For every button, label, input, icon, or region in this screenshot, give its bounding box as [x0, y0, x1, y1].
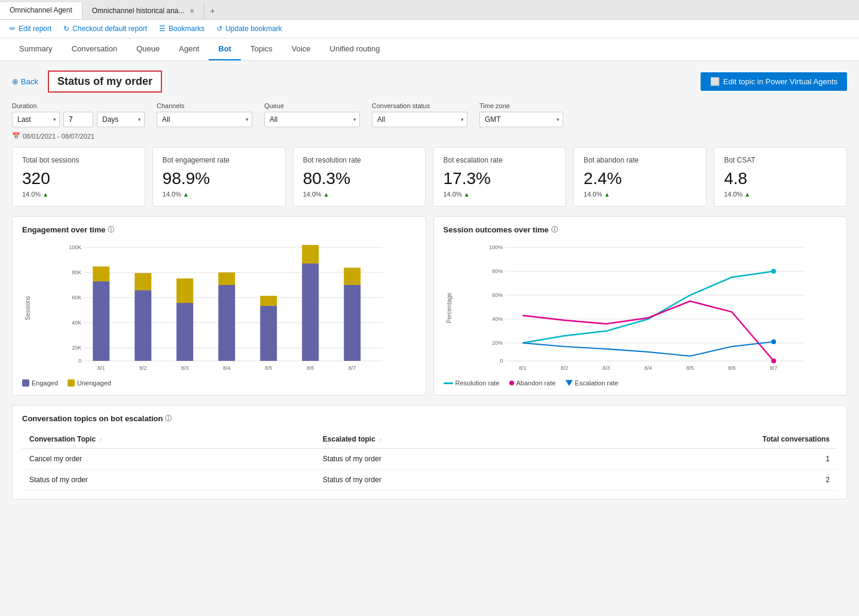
- svg-text:0: 0: [500, 358, 503, 364]
- col-escalated-topic[interactable]: Escalated topic ↑: [316, 430, 563, 449]
- svg-text:80K: 80K: [72, 269, 81, 275]
- session-chart-card: Session outcomes over time ⓘ Percentage: [433, 216, 848, 396]
- svg-text:100%: 100%: [489, 244, 503, 250]
- svg-text:8/6: 8/6: [307, 365, 314, 371]
- add-tab-button[interactable]: +: [204, 2, 221, 19]
- svg-rect-13: [93, 266, 109, 281]
- timezone-select[interactable]: GMT: [479, 112, 563, 127]
- session-legend: Resolution rate Abandon rate Escalation …: [444, 379, 837, 387]
- svg-text:20%: 20%: [492, 340, 503, 346]
- svg-rect-27: [302, 263, 319, 361]
- info-icon[interactable]: ⓘ: [551, 225, 558, 234]
- svg-text:40%: 40%: [492, 316, 503, 322]
- tab-unified-routing[interactable]: Unified routing: [320, 38, 390, 60]
- duration-unit-select[interactable]: Days: [97, 112, 145, 127]
- tab-summary[interactable]: Summary: [10, 38, 62, 60]
- tab-bot[interactable]: Bot: [209, 38, 241, 60]
- queue-filter: Queue All ▾: [264, 102, 360, 127]
- tab-queue[interactable]: Queue: [127, 38, 169, 60]
- trend-up-icon: ▲: [744, 191, 750, 198]
- legend-resolution-rate: Resolution rate: [444, 379, 500, 387]
- bookmark-icon: ☰: [159, 24, 166, 33]
- main-content: ⊕ Back Status of my order ⬜ Edit topic i…: [0, 61, 859, 616]
- svg-rect-24: [260, 306, 277, 361]
- bookmarks-button[interactable]: ☰ Bookmarks: [159, 24, 204, 33]
- svg-text:60K: 60K: [72, 295, 81, 301]
- resolution-color: [444, 382, 453, 384]
- legend-escalation-rate: Escalation rate: [565, 379, 619, 387]
- svg-rect-21: [218, 285, 235, 361]
- header-row: ⊕ Back Status of my order ⬜ Edit topic i…: [12, 71, 847, 93]
- trend-up-icon: ▲: [604, 191, 610, 198]
- tab-historical[interactable]: Omnichannel historical ana... ✕: [82, 3, 204, 19]
- edit-report-button[interactable]: ✏ Edit report: [10, 24, 51, 33]
- svg-text:8/1: 8/1: [97, 365, 105, 371]
- col-total-conversations: Total conversations: [563, 430, 837, 449]
- table-row: Status of my order Status of my order 2: [22, 470, 837, 491]
- edit-topic-button[interactable]: ⬜ Edit topic in Power Virtual Agents: [701, 72, 847, 91]
- tab-conversation[interactable]: Conversation: [62, 38, 127, 60]
- col-conversation-topic[interactable]: Conversation Topic ↑: [22, 430, 316, 449]
- svg-text:8/6: 8/6: [727, 365, 735, 371]
- svg-text:8/2: 8/2: [560, 365, 568, 371]
- duration-select[interactable]: Last: [12, 112, 60, 127]
- info-icon[interactable]: ⓘ: [108, 225, 114, 234]
- back-button[interactable]: ⊕ Back: [12, 77, 38, 86]
- escalation-color: [565, 380, 573, 386]
- cell-escalated: Status of my order: [316, 470, 563, 491]
- nav-tabs: Summary Conversation Queue Agent Bot Top…: [0, 38, 859, 61]
- svg-rect-18: [176, 303, 193, 361]
- channels-select[interactable]: All: [157, 112, 252, 127]
- svg-text:60%: 60%: [492, 292, 503, 298]
- svg-rect-30: [344, 285, 360, 361]
- svg-point-55: [771, 358, 776, 363]
- trend-up-icon: ▲: [323, 191, 329, 198]
- svg-text:8/7: 8/7: [769, 365, 777, 371]
- sort-icon: ↑: [379, 437, 382, 443]
- svg-text:Day: Day: [228, 372, 239, 373]
- svg-text:8/5: 8/5: [265, 365, 273, 371]
- kpi-engagement-rate: Bot engagement rate 98.9% 14.0% ▲: [152, 147, 286, 207]
- unengaged-color: [68, 379, 75, 387]
- kpi-resolution-rate: Bot resolution rate 80.3% 14.0% ▲: [293, 147, 426, 207]
- conv-status-select[interactable]: All: [372, 112, 467, 127]
- sync-icon: ↺: [216, 24, 222, 33]
- update-bookmark-button[interactable]: ↺ Update bookmark: [216, 24, 282, 33]
- svg-rect-25: [260, 296, 277, 306]
- cell-topic: Status of my order: [22, 470, 316, 491]
- abandon-color: [509, 381, 514, 385]
- svg-text:8/1: 8/1: [518, 365, 526, 371]
- kpi-total-bot-sessions: Total bot sessions 320 14.0% ▲: [12, 147, 145, 207]
- tab-topics[interactable]: Topics: [241, 38, 282, 60]
- browser-tabs: Omnichannel Agent Omnichannel historical…: [0, 0, 859, 20]
- toolbar: ✏ Edit report ↻ Checkout default report …: [0, 20, 859, 38]
- close-icon[interactable]: ✕: [189, 8, 194, 14]
- tab-agent[interactable]: Agent: [169, 38, 209, 60]
- queue-select[interactable]: All: [264, 112, 360, 127]
- svg-text:8/7: 8/7: [349, 365, 356, 371]
- svg-point-56: [771, 339, 776, 344]
- svg-text:8/5: 8/5: [686, 365, 693, 371]
- duration-value-input[interactable]: [63, 112, 93, 127]
- conv-topics-table: Conversation topics on bot escalation ⓘ …: [12, 405, 847, 499]
- y-axis-label: Percentage: [444, 241, 454, 375]
- cell-total: 1: [563, 449, 837, 470]
- timezone-filter: Time zone GMT ▾: [479, 102, 563, 127]
- back-icon: ⊕: [12, 77, 19, 86]
- charts-row: Engagement over time ⓘ Sessions: [12, 216, 847, 396]
- svg-rect-12: [93, 281, 109, 361]
- checkout-default-button[interactable]: ↻ Checkout default report: [63, 24, 147, 33]
- tab-omnichannel-agent[interactable]: Omnichannel Agent: [0, 2, 82, 19]
- info-icon[interactable]: ⓘ: [165, 414, 172, 423]
- tab-voice[interactable]: Voice: [282, 38, 320, 60]
- trend-up-icon: ▲: [464, 191, 470, 198]
- svg-text:Day: Day: [649, 372, 660, 373]
- refresh-icon: ↻: [63, 24, 69, 33]
- calendar-icon: 📅: [12, 132, 20, 140]
- svg-text:0: 0: [78, 358, 81, 364]
- svg-text:80%: 80%: [492, 268, 503, 274]
- svg-rect-28: [302, 245, 319, 263]
- duration-filter: Duration Last ▾ Days ▾: [12, 102, 145, 127]
- legend-unengaged: Unengaged: [68, 379, 111, 387]
- engagement-chart-card: Engagement over time ⓘ Sessions: [12, 216, 426, 396]
